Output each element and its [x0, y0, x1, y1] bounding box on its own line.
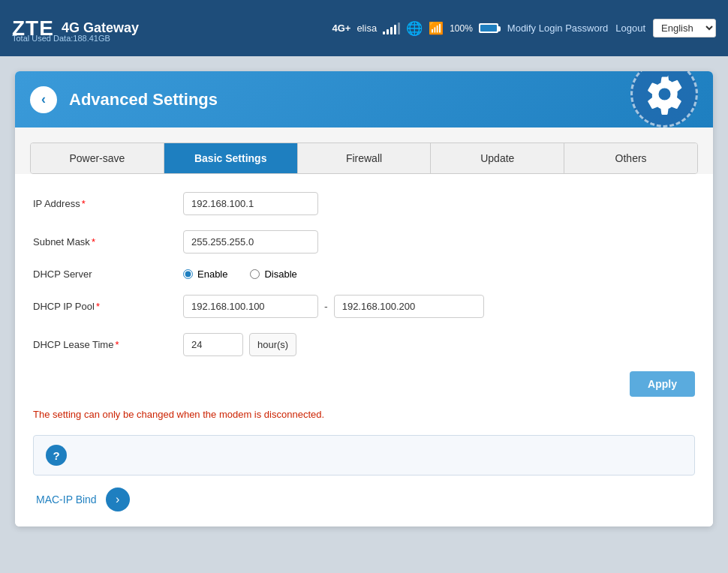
network-type-label: 4G+: [332, 22, 350, 34]
time-unit-label: hour(s): [249, 333, 296, 356]
dhcp-enable-label: Enable: [197, 268, 227, 280]
warning-text: The setting can only be changed when the…: [33, 409, 695, 420]
mac-ip-bind-row: MAC-IP Bind ›: [33, 488, 695, 512]
pool-dash: -: [324, 301, 328, 313]
gear-icon-container: [630, 71, 698, 128]
tabs-container: Power-save Basic Settings Firewall Updat…: [15, 128, 713, 174]
lease-time-input[interactable]: [183, 333, 243, 356]
tabs: Power-save Basic Settings Firewall Updat…: [30, 142, 698, 174]
apply-button[interactable]: Apply: [630, 371, 695, 397]
dhcp-lease-time-row: DHCP Lease Time* hour(s): [33, 333, 695, 356]
dhcp-lease-time-label: DHCP Lease Time*: [33, 339, 183, 350]
arrow-right-icon: ›: [116, 493, 119, 506]
dhcp-ip-pool-label: DHCP IP Pool*: [33, 301, 183, 312]
dhcp-pool-group: -: [183, 295, 484, 318]
dhcp-pool-end-input[interactable]: [334, 295, 484, 318]
ip-address-input[interactable]: [183, 192, 318, 215]
dhcp-radio-group: Enable Disable: [183, 268, 297, 280]
page-title: Advanced Settings: [69, 90, 218, 110]
apply-row: Apply: [33, 371, 695, 397]
mac-ip-arrow-button[interactable]: ›: [106, 488, 130, 512]
wifi-icon: 📶: [429, 21, 444, 35]
app-header: ZTE 4G Gateway Total Used Data:188.41GB …: [0, 0, 728, 56]
tab-basic-settings[interactable]: Basic Settings: [164, 143, 298, 173]
logout-link[interactable]: Logout: [615, 22, 645, 34]
back-button[interactable]: ‹: [30, 86, 57, 113]
help-icon[interactable]: ?: [46, 445, 67, 466]
lease-required-star: *: [115, 339, 119, 350]
dhcp-enable-option[interactable]: Enable: [183, 268, 227, 280]
dhcp-disable-label: Disable: [264, 268, 296, 280]
network-status: 4G+ elisa 🌐 📶 100%: [332, 20, 498, 37]
battery-label: 100%: [450, 23, 473, 34]
settings-card: ‹ Advanced Settings Power-save Basic Set…: [15, 71, 713, 526]
dhcp-disable-radio[interactable]: [250, 269, 260, 279]
battery-icon: [479, 23, 498, 33]
dhcp-ip-pool-row: DHCP IP Pool* -: [33, 295, 695, 318]
dhcp-server-row: DHCP Server Enable Disable: [33, 268, 695, 280]
carrier-label: elisa: [356, 22, 377, 34]
subnet-mask-input[interactable]: [183, 230, 318, 254]
dhcp-disable-option[interactable]: Disable: [250, 268, 296, 280]
tab-others[interactable]: Others: [564, 143, 697, 173]
main-content: ‹ Advanced Settings Power-save Basic Set…: [0, 56, 728, 573]
header-links: Modify Login Password Logout English Fin…: [507, 19, 716, 38]
gear-icon: [644, 74, 685, 115]
language-select[interactable]: English Finnish Swedish: [653, 19, 716, 38]
globe-icon: 🌐: [406, 20, 423, 37]
form-content: IP Address* Subnet Mask* DHCP Server Ena…: [15, 174, 713, 526]
dhcp-pool-start-input[interactable]: [183, 295, 318, 318]
dhcp-enable-radio[interactable]: [183, 269, 193, 279]
subnet-required-star: *: [92, 236, 95, 248]
total-data-label: Total Used Data:188.41GB: [12, 34, 110, 43]
subnet-mask-row: Subnet Mask*: [33, 230, 695, 254]
signal-icon: [383, 22, 400, 34]
subnet-mask-label: Subnet Mask*: [33, 236, 183, 248]
ip-address-row: IP Address*: [33, 192, 695, 215]
tab-power-save[interactable]: Power-save: [31, 143, 164, 173]
dhcp-server-label: DHCP Server: [33, 268, 183, 280]
tab-update[interactable]: Update: [431, 143, 564, 173]
pool-required-star: *: [96, 301, 100, 312]
ip-address-label: IP Address*: [33, 198, 183, 209]
mac-ip-bind-link[interactable]: MAC-IP Bind: [36, 494, 97, 506]
modify-password-link[interactable]: Modify Login Password: [507, 22, 608, 34]
header-right: 4G+ elisa 🌐 📶 100% Modify Login Password…: [332, 19, 716, 38]
ip-required-star: *: [82, 198, 86, 209]
settings-header: ‹ Advanced Settings: [15, 71, 713, 128]
help-section: ?: [33, 435, 695, 476]
tab-firewall[interactable]: Firewall: [298, 143, 432, 173]
time-group: hour(s): [183, 333, 296, 356]
